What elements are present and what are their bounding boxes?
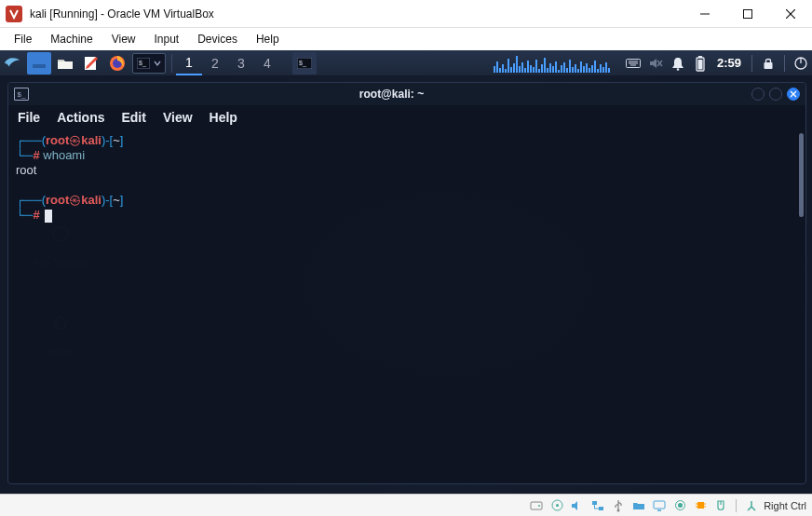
terminal-window: $_ root@kali: ~ File Actions Edit View H…	[7, 82, 806, 484]
text-editor-icon[interactable]	[79, 52, 103, 75]
svg-text:$_: $_	[139, 60, 146, 67]
svg-rect-1	[744, 9, 752, 18]
term-menu-actions[interactable]: Actions	[57, 110, 104, 125]
svg-rect-5	[33, 64, 46, 68]
chevron-down-icon	[154, 60, 161, 67]
svg-rect-41	[697, 502, 704, 509]
host-maximize-button[interactable]	[726, 0, 769, 28]
host-window-title: kali [Running] - Oracle VM VirtualBox	[30, 7, 214, 20]
workspace-3[interactable]: 3	[228, 51, 254, 75]
vb-menubar: File Machine View Input Devices Help	[0, 28, 812, 50]
vb-menu-view[interactable]: View	[103, 30, 144, 48]
virtualbox-icon	[6, 6, 22, 22]
terminal-output-1: root	[16, 163, 798, 178]
vb-statusbar: Right Ctrl	[0, 494, 812, 516]
term-menu-file[interactable]: File	[18, 110, 40, 125]
host-minimize-button[interactable]	[683, 0, 726, 28]
workspace-4[interactable]: 4	[254, 51, 280, 75]
svg-rect-37	[654, 501, 665, 509]
term-menu-help[interactable]: Help	[210, 110, 237, 125]
svg-point-33	[556, 504, 559, 507]
kali-menu-icon[interactable]	[0, 50, 26, 76]
terminal-cursor	[45, 210, 52, 223]
keyboard-icon[interactable]	[622, 58, 644, 69]
terminal-launcher[interactable]: $_	[132, 53, 166, 74]
vb-menu-devices[interactable]: Devices	[189, 30, 246, 48]
svg-rect-23	[697, 60, 702, 70]
terminal-menubar: File Actions Edit View Help	[8, 105, 805, 129]
vb-status-optical-icon[interactable]	[548, 498, 565, 513]
svg-rect-6	[58, 60, 63, 61]
taskbar-terminal-button[interactable]: $_	[292, 52, 317, 75]
vb-menu-file[interactable]: File	[6, 30, 40, 48]
vb-status-network-icon[interactable]	[589, 498, 606, 513]
power-icon[interactable]	[790, 56, 812, 71]
workspace-2[interactable]: 2	[202, 51, 228, 75]
clock[interactable]: 2:59	[711, 56, 747, 70]
terminal-window-icon: $_	[14, 88, 29, 101]
cpu-graph[interactable]	[492, 54, 622, 73]
kali-desktop: File System Home $_ root@kali: ~ File Ac…	[0, 76, 812, 494]
svg-point-36	[617, 509, 620, 511]
vb-status-cpu-icon[interactable]	[692, 498, 709, 513]
kali-top-panel: $_ 1 2 3 4 $_ 2:59	[0, 50, 812, 76]
terminal-minimize-button[interactable]	[751, 88, 765, 101]
vb-status-hostkey-label: Right Ctrl	[764, 500, 806, 511]
vb-status-harddisk-icon[interactable]	[528, 498, 545, 513]
terminal-command-1: whoami	[43, 148, 85, 162]
notifications-icon[interactable]	[667, 56, 689, 71]
svg-rect-35	[599, 507, 603, 510]
svg-rect-24	[765, 62, 773, 69]
vb-status-hostkey-icon[interactable]	[743, 498, 760, 513]
vb-status-mouse-icon[interactable]	[712, 498, 729, 513]
vb-status-audio-icon[interactable]	[569, 498, 586, 513]
svg-point-40	[678, 503, 683, 508]
terminal-title: root@kali: ~	[36, 88, 747, 101]
host-window-titlebar: kali [Running] - Oracle VM VirtualBox	[0, 0, 812, 28]
svg-text:$_: $_	[299, 60, 306, 67]
vb-menu-help[interactable]: Help	[248, 30, 288, 48]
terminal-close-button[interactable]	[787, 88, 800, 101]
svg-point-31	[538, 505, 540, 507]
vb-status-shared-folders-icon[interactable]	[630, 498, 647, 513]
vb-status-recording-icon[interactable]	[671, 498, 688, 513]
firefox-icon[interactable]	[105, 52, 129, 75]
svg-rect-22	[698, 56, 702, 58]
file-manager-icon[interactable]	[53, 52, 77, 75]
battery-icon[interactable]	[689, 55, 711, 72]
terminal-titlebar[interactable]: $_ root@kali: ~	[8, 83, 805, 105]
volume-muted-icon[interactable]	[644, 57, 667, 70]
svg-rect-34	[592, 501, 597, 505]
host-close-button[interactable]	[769, 0, 812, 28]
vb-status-usb-icon[interactable]	[610, 498, 627, 513]
vb-status-display-icon[interactable]	[651, 498, 668, 513]
term-menu-view[interactable]: View	[163, 110, 193, 125]
lock-icon[interactable]	[757, 57, 779, 70]
term-menu-edit[interactable]: Edit	[121, 110, 145, 125]
terminal-maximize-button[interactable]	[769, 88, 782, 101]
svg-point-20	[677, 68, 680, 71]
vb-menu-input[interactable]: Input	[146, 30, 188, 48]
workspace-1[interactable]: 1	[176, 51, 202, 75]
svg-rect-30	[531, 502, 542, 509]
terminal-scrollbar[interactable]	[799, 133, 804, 217]
show-desktop-icon[interactable]	[27, 52, 51, 75]
vb-menu-machine[interactable]: Machine	[42, 30, 101, 48]
terminal-body[interactable]: ┌──(root㉿kali)-[~] └─# whoami root ┌──(r…	[8, 129, 805, 483]
